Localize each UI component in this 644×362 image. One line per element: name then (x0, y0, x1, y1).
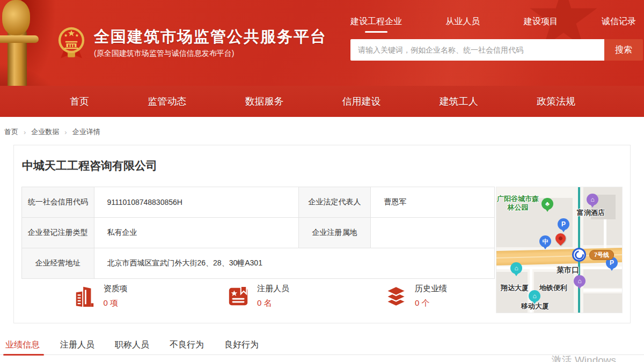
active-tab-underline (365, 31, 387, 33)
company-stats: 资质项 0 项 注册人员 0 名 (21, 284, 495, 308)
building-pin-icon: ⌂ (529, 290, 540, 302)
company-card: 中城天工工程咨询有限公司 统一社会信用代码 91110108748830856H… (13, 145, 631, 323)
tab-performance-info[interactable]: 业绩信息 (5, 336, 40, 354)
detail-tabs: 业绩信息 注册人员 职称人员 不良行为 良好行为 (0, 336, 644, 355)
company-name: 中城天工工程咨询有限公司 (22, 158, 157, 173)
tab-practitioners[interactable]: 从业人员 (445, 16, 480, 33)
certificate-icon (227, 285, 250, 307)
building-pin-icon: ⌂ (510, 262, 522, 274)
breadcrumb-enterprise-detail: 企业详情 (72, 127, 100, 137)
nav-credit-building[interactable]: 信用建设 (342, 95, 381, 108)
map-label-hotel: 富润酒店 (577, 209, 605, 217)
table-row: 统一社会信用代码 91110108748830856H 企业法定代表人 曹恩军 (22, 187, 495, 218)
page: 全国建筑市场监管公共服务平台 (原全国建筑市场监管与诚信信息发布平台) 建设工程… (0, 0, 644, 362)
tab-label: 从业人员 (445, 17, 480, 26)
search-category-tabs: 建设工程企业 从业人员 建设项目 诚信记录 (350, 16, 643, 33)
search-button[interactable]: 搜索 (604, 39, 643, 61)
breadcrumb-home[interactable]: 首页 (4, 127, 18, 137)
metro-station-icon (572, 248, 586, 262)
reg-type-value: 私有企业 (94, 218, 298, 248)
site-title: 全国建筑市场监管公共服务平台 (94, 28, 327, 46)
park-pin-icon: ♣ (541, 198, 553, 210)
reg-type-label: 企业登记注册类型 (22, 218, 94, 248)
breadcrumb: 首页 › 企业数据 › 企业详情 (0, 117, 644, 137)
stat-registered-personnel: 注册人员 0 名 (179, 284, 337, 308)
building-icon (74, 285, 96, 307)
credit-code-label: 统一社会信用代码 (22, 187, 94, 218)
nav-home[interactable]: 首页 (70, 95, 89, 108)
map-label-building1: 翔达大厦 (501, 284, 529, 292)
stat-qualifications: 资质项 0 项 (21, 284, 179, 308)
shop-pin-icon: ⌂ (574, 275, 586, 287)
stat-historical-performance: 历史业绩 0 个 (337, 284, 495, 308)
reg-region-value (371, 218, 495, 248)
legal-rep-label: 企业法定代表人 (298, 187, 371, 218)
nav-data-services[interactable]: 数据服务 (245, 95, 283, 108)
tab-construction-projects[interactable]: 建设项目 (524, 16, 558, 33)
site-subtitle: (原全国建筑市场监管与诚信信息发布平台) (94, 49, 327, 58)
activate-windows-watermark: 激活 Windows (552, 353, 616, 362)
nav-supervision-news[interactable]: 监管动态 (148, 95, 186, 108)
reg-region-label: 企业注册属地 (298, 218, 371, 248)
legal-rep-value: 曹恩军 (371, 187, 495, 218)
table-row: 企业登记注册类型 私有企业 企业注册属地 (22, 218, 495, 248)
stat-label: 资质项 (104, 284, 128, 294)
main-nav: 首页 监管动态 数据服务 信用建设 建筑工人 政策法规 (0, 86, 644, 117)
bank-pin-icon: 中 (539, 235, 551, 247)
map-label-park: 广阳谷城市森林公园 (496, 195, 539, 212)
metro-line-badge: 7号线 (589, 250, 614, 260)
header-search-area: 建设工程企业 从业人员 建设项目 诚信记录 (350, 16, 643, 61)
tab-label: 建设工程企业 (350, 17, 402, 26)
stat-label: 注册人员 (257, 284, 289, 294)
tab-label: 建设项目 (524, 17, 558, 26)
tab-credit-records[interactable]: 诚信记录 (602, 16, 636, 33)
location-map[interactable]: 广阳谷城市森林公园 ♣ ⌂ 富润酒店 P 中 P 7号线 菜市口 ⌂ 翔达大厦 … (496, 187, 623, 313)
nav-construction-workers[interactable]: 建筑工人 (440, 95, 478, 108)
stat-value: 0 个 (415, 298, 447, 308)
stat-value: 0 项 (104, 298, 128, 308)
search-input[interactable] (350, 39, 604, 61)
brand: 全国建筑市场监管公共服务平台 (原全国建筑市场监管与诚信信息发布平台) (56, 27, 327, 60)
hotel-pin-icon: ⌂ (587, 194, 598, 205)
breadcrumb-separator: › (64, 128, 67, 136)
map-label-station: 菜市口 (557, 265, 579, 275)
tab-registered-personnel[interactable]: 注册人员 (60, 336, 94, 354)
address-value: 北京市西城区宣武门外大街26、28、30幢A301 (94, 248, 494, 279)
national-emblem-logo (56, 27, 86, 60)
address-label: 企业经营地址 (22, 248, 94, 279)
stat-label: 历史业绩 (415, 284, 447, 294)
company-info-table: 统一社会信用代码 91110108748830856H 企业法定代表人 曹恩军 … (21, 187, 495, 279)
header-banner: 全国建筑市场监管公共服务平台 (原全国建筑市场监管与诚信信息发布平台) 建设工程… (0, 0, 644, 86)
map-label-building2: 移动大厦 (521, 302, 549, 311)
stat-value: 0 名 (257, 298, 289, 308)
credit-code-value: 91110108748830856H (94, 187, 298, 218)
tab-bad-behavior[interactable]: 不良行为 (170, 336, 204, 354)
tab-good-behavior[interactable]: 良好行为 (224, 336, 259, 354)
tab-titled-personnel[interactable]: 职称人员 (115, 336, 149, 354)
parking-pin-icon: P (558, 218, 569, 230)
tab-construction-enterprise[interactable]: 建设工程企业 (350, 16, 402, 33)
breadcrumb-enterprise-data[interactable]: 企业数据 (31, 127, 59, 137)
breadcrumb-separator: › (24, 128, 26, 136)
map-label-shop: 地铁便利 (539, 284, 567, 292)
tab-label: 诚信记录 (602, 17, 636, 26)
header: 全国建筑市场监管公共服务平台 (原全国建筑市场监管与诚信信息发布平台) 建设工程… (0, 0, 644, 117)
nav-policies-regulations[interactable]: 政策法规 (537, 95, 575, 108)
layers-icon (385, 285, 407, 307)
table-row: 企业经营地址 北京市西城区宣武门外大街26、28、30幢A301 (22, 248, 495, 279)
